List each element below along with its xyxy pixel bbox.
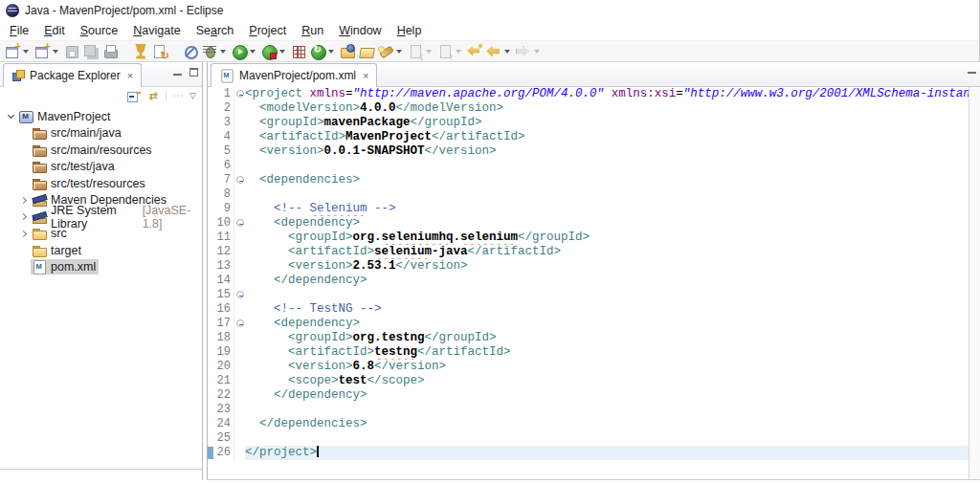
- torch-button[interactable]: [376, 41, 406, 61]
- tree-item-src-main-java[interactable]: src/main/java: [0, 125, 202, 143]
- chevron-down-icon[interactable]: [504, 50, 510, 54]
- chevron-down-icon[interactable]: [426, 50, 432, 54]
- code-line-19[interactable]: 19 <artifactId>testng</artifactId>: [208, 345, 969, 360]
- run-button[interactable]: [230, 41, 259, 61]
- chevron-collapsed-icon[interactable]: [17, 227, 31, 240]
- maximize-view-button[interactable]: [189, 68, 198, 77]
- code-line-3[interactable]: 3 <groupId>mavenPackage</groupId>: [208, 116, 969, 130]
- code-line-18[interactable]: 18 <groupId>org.testng</groupId>: [208, 331, 969, 345]
- fold-marker[interactable]: [234, 288, 245, 302]
- tree-item-mavenproject[interactable]: MavenProject: [0, 108, 202, 125]
- menu-window[interactable]: Window: [331, 22, 389, 39]
- code-line-14[interactable]: 14 </dependency>: [208, 274, 969, 288]
- tree-item-pom-xml[interactable]: pom.xml: [0, 259, 202, 276]
- overview-ruler[interactable]: [969, 87, 980, 479]
- code-line-7[interactable]: 7 <dependencies>: [208, 173, 969, 187]
- print-button[interactable]: [100, 41, 120, 61]
- menu-edit[interactable]: Edit: [36, 22, 73, 39]
- open-folder-button[interactable]: [357, 41, 376, 61]
- code-line-26[interactable]: 26</project>: [208, 446, 969, 460]
- skip-breakpoints-button[interactable]: [181, 41, 200, 61]
- new-project-button[interactable]: [33, 41, 62, 61]
- chevron-collapsed-icon[interactable]: [17, 193, 31, 207]
- menu-file[interactable]: File: [2, 22, 36, 39]
- code-line-10[interactable]: 10 <dependency>: [208, 216, 969, 231]
- external-tools-button[interactable]: [308, 41, 338, 61]
- code-line-17[interactable]: 17 <dependency>: [208, 317, 969, 331]
- menu-search[interactable]: Search: [189, 22, 242, 39]
- tree-item-src-test-resources[interactable]: src/test/resources: [0, 175, 202, 192]
- tab-pom-xml[interactable]: MavenProject/pom.xml ×: [211, 63, 377, 87]
- chevron-down-icon[interactable]: [534, 50, 540, 54]
- debug-button[interactable]: [200, 41, 230, 61]
- fold-marker[interactable]: [234, 173, 245, 187]
- tree-item-jre-system-library[interactable]: JRE System Library [JavaSE-1.8]: [0, 209, 202, 226]
- collapse-icon[interactable]: [236, 319, 244, 327]
- menu-help[interactable]: Help: [390, 22, 430, 39]
- close-icon[interactable]: ×: [361, 70, 368, 81]
- code-line-23[interactable]: 23: [208, 403, 969, 417]
- code-line-6[interactable]: 6: [208, 159, 969, 173]
- code-line-25[interactable]: 25: [208, 431, 969, 446]
- torch-icon: [378, 44, 393, 59]
- close-icon[interactable]: ×: [125, 70, 133, 81]
- chevron-down-icon[interactable]: [279, 50, 285, 54]
- view-menu-button[interactable]: ▽: [189, 89, 196, 102]
- menu-navigate[interactable]: Navigate: [125, 22, 188, 39]
- coverage-button[interactable]: [289, 41, 308, 61]
- chevron-down-icon[interactable]: [23, 50, 29, 54]
- code-line-8[interactable]: 8: [208, 187, 969, 202]
- code-line-2[interactable]: 2 <modelVersion>4.0.0</modelVersion>: [208, 101, 969, 116]
- link-with-editor-button[interactable]: ⇄: [146, 89, 160, 102]
- tree-item-src-main-resources[interactable]: src/main/resources: [0, 142, 202, 159]
- tree-item-src-test-java[interactable]: src/test/java: [0, 159, 202, 176]
- code-line-13[interactable]: 13 <version>2.53.1</version>: [208, 259, 969, 274]
- menu-project[interactable]: Project: [241, 22, 294, 39]
- fold-marker[interactable]: [234, 216, 245, 231]
- collapse-icon[interactable]: [236, 176, 244, 184]
- code-line-16[interactable]: 16 <!-- TestNG -->: [208, 302, 969, 317]
- folder-globe-button[interactable]: [338, 41, 357, 61]
- code-line-22[interactable]: 22 </dependency>: [208, 388, 969, 403]
- chevron-down-icon[interactable]: [220, 50, 226, 54]
- code-editor[interactable]: 1<project xmlns="http://maven.apache.org…: [208, 87, 969, 479]
- code-line-12[interactable]: 12 <artifactId>selenium-java</artifactId…: [208, 245, 969, 259]
- code-line-20[interactable]: 20 <version>6.8</version>: [208, 360, 969, 374]
- last-edit-button[interactable]: [465, 41, 484, 61]
- profile-button[interactable]: [259, 41, 289, 61]
- code-line-11[interactable]: 11 <groupId>org.seleniumhq.selenium</gro…: [208, 231, 969, 245]
- code-line-9[interactable]: 9 <!-- Selenium -->: [208, 202, 969, 216]
- collapse-icon[interactable]: [236, 90, 244, 98]
- chevron-collapsed-icon[interactable]: [17, 210, 31, 224]
- new-wizard-button[interactable]: [3, 41, 33, 61]
- collapse-icon[interactable]: [236, 291, 244, 298]
- menu-source[interactable]: Source: [73, 22, 126, 39]
- focus-on-active-task-button[interactable]: ⋯: [172, 90, 184, 101]
- refresh-doc-button[interactable]: [150, 41, 169, 61]
- chevron-expanded-icon[interactable]: [4, 110, 17, 123]
- back-button[interactable]: [484, 41, 514, 61]
- fold-marker[interactable]: [234, 87, 245, 101]
- tree-item-target[interactable]: target: [0, 242, 202, 259]
- collapse-icon[interactable]: [236, 219, 244, 227]
- minimize-view-button[interactable]: [173, 68, 182, 77]
- chevron-down-icon[interactable]: [250, 50, 256, 54]
- chevron-down-icon[interactable]: [328, 50, 334, 54]
- code-line-15[interactable]: 15: [208, 288, 969, 302]
- code-line-24[interactable]: 24 </dependencies>: [208, 417, 969, 431]
- chevron-down-icon[interactable]: [456, 50, 461, 54]
- code-line-21[interactable]: 21 <scope>test</scope>: [208, 374, 969, 388]
- coverage-icon: [291, 44, 306, 59]
- collapse-all-button[interactable]: [127, 89, 141, 102]
- code-line-1[interactable]: 1<project xmlns="http://maven.apache.org…: [208, 87, 969, 101]
- tab-package-explorer[interactable]: Package Explorer ×: [3, 63, 142, 87]
- fold-marker[interactable]: [234, 317, 245, 331]
- chevron-down-icon[interactable]: [53, 50, 58, 54]
- code-line-4[interactable]: 4 <artifactId>MavenProject</artifactId>: [208, 130, 969, 144]
- line-number: 26: [214, 446, 234, 460]
- menu-run[interactable]: Run: [294, 22, 331, 39]
- trophy-button[interactable]: [131, 41, 150, 61]
- minimize-editor-button[interactable]: [968, 66, 976, 75]
- code-line-5[interactable]: 5 <version>0.0.1-SNAPSHOT</version>: [208, 144, 969, 159]
- chevron-down-icon[interactable]: [396, 50, 402, 54]
